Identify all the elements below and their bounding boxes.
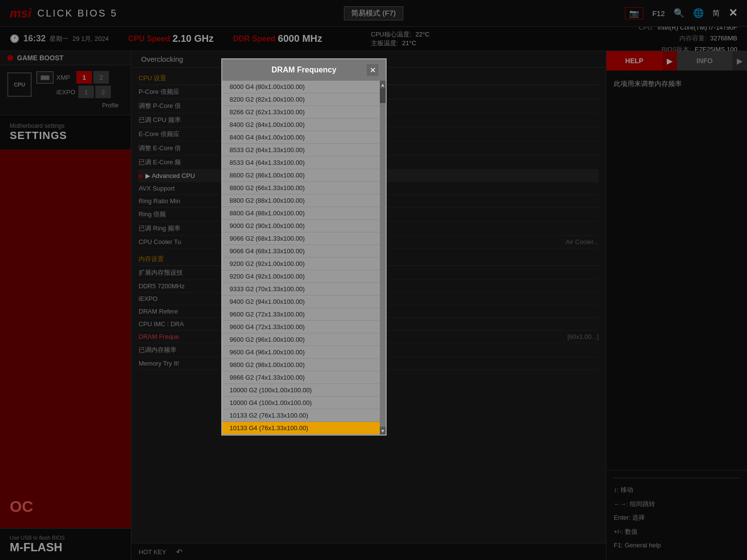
modal-scrollbar-down-arrow[interactable]: ▼ (380, 427, 386, 435)
modal-item-23[interactable]: 9866 G2 (74x1.33x100.00) (222, 371, 386, 384)
modal-item-27-selected[interactable]: 10133 G4 (76x1.33x100.00) (222, 422, 386, 435)
modal-item-13[interactable]: 9066 G4 (68x1.33x100.00) (222, 245, 386, 258)
modal-title: DRAM Frequency (267, 66, 341, 74)
modal-scrollbar[interactable]: ▲ ▼ (380, 81, 386, 435)
modal-item-14[interactable]: 9200 G2 (92x1.00x100.00) (222, 258, 386, 270)
modal-item-26[interactable]: 10133 G2 (76x1.33x100.00) (222, 409, 386, 422)
modal-header: DRAM Frequency ✕ (222, 59, 386, 81)
modal-item-15[interactable]: 9200 G4 (92x1.00x100.00) (222, 270, 386, 283)
modal-item-9[interactable]: 8800 G2 (88x1.00x100.00) (222, 194, 386, 207)
modal-item-25[interactable]: 10000 G4 (100x1.00x100.00) (222, 397, 386, 409)
modal-item-16[interactable]: 9333 G2 (70x1.33x100.00) (222, 283, 386, 296)
modal-item-17[interactable]: 9400 G2 (94x1.00x100.00) (222, 296, 386, 308)
modal-item-3[interactable]: 8400 G2 (84x1.00x100.00) (222, 119, 386, 131)
modal-item-21[interactable]: 9600 G4 (96x1.00x100.00) (222, 346, 386, 359)
modal-item-4[interactable]: 8400 G4 (84x1.00x100.00) (222, 131, 386, 144)
modal-item-8[interactable]: 8800 G2 (66x1.33x100.00) (222, 182, 386, 194)
modal-item-12[interactable]: 9066 G2 (68x1.33x100.00) (222, 232, 386, 245)
modal-item-18[interactable]: 9600 G2 (72x1.33x100.00) (222, 308, 386, 321)
dram-modal: DRAM Frequency ✕ 8000 G4 (80x1.00x100.00… (221, 58, 387, 436)
modal-item-10[interactable]: 8800 G4 (88x1.00x100.00) (222, 207, 386, 220)
modal-item-22[interactable]: 9800 G2 (98x1.00x100.00) (222, 359, 386, 371)
modal-item-19[interactable]: 9600 G4 (72x1.33x100.00) (222, 321, 386, 333)
modal-item-5[interactable]: 8533 G2 (64x1.33x100.00) (222, 144, 386, 157)
modal-item-7[interactable]: 8600 G2 (86x1.00x100.00) (222, 169, 386, 182)
modal-close-btn[interactable]: ✕ (367, 64, 378, 76)
modal-item-24[interactable]: 10000 G2 (100x1.00x100.00) (222, 384, 386, 397)
modal-item-11[interactable]: 9000 G2 (90x1.00x100.00) (222, 220, 386, 232)
modal-item-1[interactable]: 8200 G2 (82x1.00x100.00) (222, 93, 386, 106)
modal-list-container: 8000 G4 (80x1.00x100.00) 8200 G2 (82x1.0… (222, 81, 386, 435)
modal-item-2[interactable]: 8266 G2 (62x1.33x100.00) (222, 106, 386, 119)
modal-scrollbar-up-arrow[interactable]: ▲ (380, 81, 386, 88)
modal-item-0[interactable]: 8000 G4 (80x1.00x100.00) (222, 81, 386, 93)
modal-item-6[interactable]: 8533 G4 (64x1.33x100.00) (222, 157, 386, 169)
modal-item-20[interactable]: 9600 G2 (96x1.00x100.00) (222, 333, 386, 346)
modal-scrollbar-thumb[interactable] (380, 88, 386, 103)
